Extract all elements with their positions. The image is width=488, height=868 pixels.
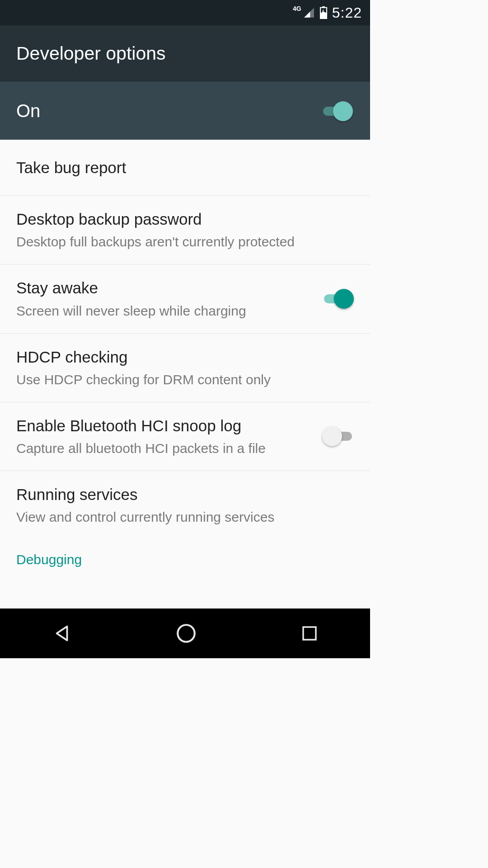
- stay-awake-item[interactable]: Stay awake Screen will never sleep while…: [0, 264, 370, 333]
- cell-signal-icon: [303, 7, 315, 19]
- take-bug-report-item[interactable]: Take bug report: [0, 140, 370, 196]
- desktop-backup-password-item[interactable]: Desktop backup password Desktop full bac…: [0, 196, 370, 264]
- item-subtitle: Use HDCP checking for DRM content only: [16, 370, 347, 389]
- clock-label: 5:22: [332, 5, 362, 21]
- bluetooth-hci-snoop-switch[interactable]: [322, 426, 354, 446]
- item-subtitle: View and control currently running servi…: [16, 508, 347, 527]
- item-title: Take bug report: [16, 157, 347, 178]
- hdcp-checking-item[interactable]: HDCP checking Use HDCP checking for DRM …: [0, 334, 370, 402]
- svg-point-3: [178, 625, 195, 642]
- master-toggle-label: On: [16, 101, 40, 121]
- svg-rect-4: [303, 627, 316, 640]
- bluetooth-hci-snoop-item[interactable]: Enable Bluetooth HCI snoop log Capture a…: [0, 402, 370, 471]
- section-header-debugging: Debugging: [0, 539, 370, 567]
- app-bar: Developer options: [0, 25, 370, 82]
- page-title: Developer options: [16, 43, 165, 64]
- stay-awake-switch[interactable]: [322, 289, 354, 309]
- item-title: HDCP checking: [16, 346, 347, 368]
- navigation-bar: [0, 609, 370, 658]
- master-toggle-switch[interactable]: [321, 101, 353, 121]
- item-subtitle: Desktop full backups aren't currently pr…: [16, 232, 347, 251]
- back-button[interactable]: [52, 623, 72, 644]
- item-subtitle: Screen will never sleep while charging: [16, 302, 315, 321]
- developer-options-master-toggle[interactable]: On: [0, 82, 370, 140]
- network-type-label: 4G: [293, 5, 301, 12]
- settings-list: Take bug report Desktop backup password …: [0, 140, 370, 567]
- battery-charging-icon: [319, 6, 328, 19]
- item-title: Desktop backup password: [16, 208, 347, 230]
- status-bar: 4G 5:22: [0, 0, 370, 25]
- home-button[interactable]: [175, 622, 197, 645]
- recent-apps-button[interactable]: [300, 624, 319, 643]
- running-services-item[interactable]: Running services View and control curren…: [0, 471, 370, 539]
- item-title: Running services: [16, 484, 347, 505]
- item-subtitle: Capture all bluetooth HCI packets in a f…: [16, 439, 315, 458]
- item-title: Stay awake: [16, 277, 315, 298]
- item-title: Enable Bluetooth HCI snoop log: [16, 415, 315, 436]
